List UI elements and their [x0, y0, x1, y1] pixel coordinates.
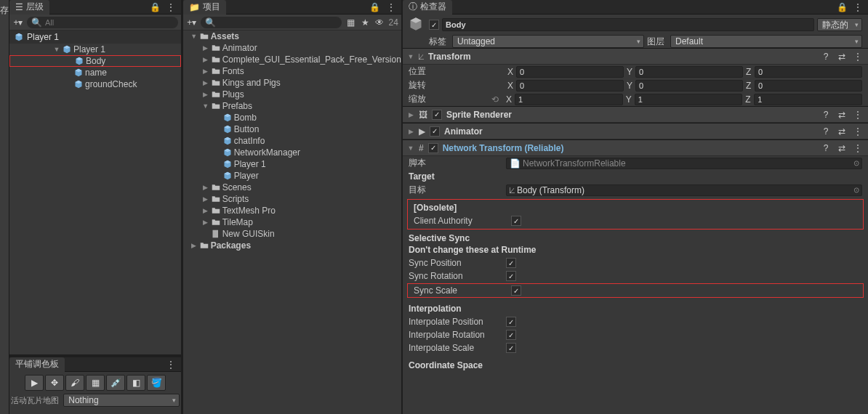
project-node[interactable]: ▶ TileMap [183, 216, 401, 228]
tag-dropdown[interactable]: Untagged [452, 35, 644, 48]
scale-z-input[interactable] [754, 94, 862, 105]
hierarchy-node[interactable]: Body [9, 55, 181, 67]
lock-icon[interactable]: 🔒 [369, 1, 381, 13]
project-node[interactable]: ▶ Scripts [183, 193, 401, 205]
help-icon[interactable]: ? [820, 142, 832, 154]
help-icon[interactable]: ? [820, 126, 832, 137]
expand-arrow-icon[interactable]: ▶ [202, 207, 209, 214]
favorite-icon[interactable]: ★ [359, 17, 371, 28]
palette-tab[interactable]: 平铺调色板 [9, 357, 65, 372]
hierarchy-scene-header[interactable]: Player 1 [9, 31, 181, 44]
project-node[interactable]: ▼ Prefabs [183, 100, 401, 112]
tool-select[interactable]: ▶ [25, 375, 44, 391]
preset-icon[interactable]: ⇄ [836, 142, 848, 154]
project-search-input[interactable] [219, 18, 338, 27]
network-transform-header[interactable]: ▼ # Network Transform (Reliable) ? ⇄ ⋮ [403, 140, 868, 156]
sync-scale-checkbox[interactable] [511, 285, 521, 296]
preset-icon[interactable]: ⇄ [836, 126, 848, 137]
sync-pos-checkbox[interactable] [506, 258, 516, 268]
tool-fill[interactable]: 🪣 [147, 375, 166, 391]
inspector-tab[interactable]: ⓘ 检查器 [403, 0, 452, 15]
preset-icon[interactable]: ⇄ [836, 51, 848, 62]
hierarchy-search-input[interactable] [45, 18, 174, 27]
project-node[interactable]: ▶ Kings and Pigs [183, 77, 401, 89]
project-node[interactable]: Bomb [183, 112, 401, 123]
project-node[interactable]: Button [183, 123, 401, 135]
project-tab[interactable]: 📁 项目 [183, 0, 226, 15]
sync-rot-checkbox[interactable] [506, 271, 516, 281]
menu-icon[interactable]: ⋮ [852, 109, 864, 121]
menu-icon[interactable]: ⋮ [165, 359, 177, 370]
animator-enabled-checkbox[interactable] [430, 126, 440, 137]
expand-arrow-icon[interactable]: ▶ [202, 56, 209, 63]
transform-header[interactable]: ▼ ⟀ Transform ? ⇄ ⋮ [403, 49, 868, 65]
create-plus-icon[interactable]: +▾ [12, 17, 24, 28]
pos-y-input[interactable] [635, 66, 743, 78]
hierarchy-node[interactable]: ▼ Player 1 [9, 44, 181, 55]
tool-brush[interactable]: 🖌 [65, 375, 84, 391]
hierarchy-tab[interactable]: ☰ 层级 [9, 0, 49, 15]
project-node[interactable]: Player 1 [183, 158, 401, 170]
project-node[interactable]: New GUISkin [183, 228, 401, 240]
project-node[interactable]: Player [183, 170, 401, 182]
menu-icon[interactable]: ⋮ [852, 142, 864, 154]
tool-erase[interactable]: ◧ [126, 375, 145, 391]
target-field[interactable]: ⟀ Body (Transform) [506, 184, 862, 196]
project-node[interactable]: NetworkManager [183, 147, 401, 158]
expand-arrow-icon[interactable]: ▼ [53, 46, 60, 53]
menu-icon[interactable]: ⋮ [385, 1, 397, 13]
sprite-renderer-header[interactable]: ▶ 🖼 Sprite Renderer ? ⇄ ⋮ [403, 107, 868, 123]
create-plus-icon[interactable]: +▾ [186, 17, 198, 28]
menu-icon[interactable]: ⋮ [165, 1, 177, 13]
expand-arrow-icon[interactable]: ▼ [190, 33, 198, 40]
project-node[interactable]: ▶ Fonts [183, 65, 401, 77]
project-node[interactable]: chatInfo [183, 135, 401, 147]
link-icon[interactable]: ⟲ [491, 94, 499, 105]
project-node[interactable]: ▶ Packages [183, 240, 401, 251]
gameobject-name-input[interactable] [442, 18, 814, 31]
project-node[interactable]: ▶ Animator [183, 42, 401, 54]
menu-icon[interactable]: ⋮ [852, 1, 864, 13]
interp-rot-checkbox[interactable] [506, 330, 516, 340]
hierarchy-node[interactable]: groundCheck [9, 78, 181, 90]
hierarchy-node[interactable]: name [9, 67, 181, 78]
expand-arrow-icon[interactable]: ▶ [202, 44, 209, 52]
preset-icon[interactable]: ⇄ [836, 109, 848, 121]
scale-x-input[interactable] [515, 94, 623, 105]
project-node[interactable]: ▶ Complete_GUI_Essential_Pack_Free_Versi… [183, 54, 401, 65]
filter-icon[interactable]: ▦ [345, 17, 356, 28]
help-icon[interactable]: ? [820, 109, 832, 121]
gameobject-enabled-checkbox[interactable] [429, 20, 439, 30]
expand-arrow-icon[interactable]: ▶ [202, 195, 209, 203]
expand-arrow-icon[interactable]: ▶ [202, 68, 209, 75]
rot-z-input[interactable] [755, 80, 862, 92]
layer-dropdown[interactable]: Default [670, 35, 862, 48]
script-field[interactable]: 📄 NetworkTransformReliable [506, 158, 862, 169]
pos-x-input[interactable] [516, 66, 624, 78]
animator-header[interactable]: ▶ ▶ Animator ? ⇄ ⋮ [403, 123, 868, 139]
project-search[interactable]: 🔍 [201, 17, 342, 28]
pos-z-input[interactable] [755, 66, 862, 78]
project-node[interactable]: ▼ Assets [183, 31, 401, 42]
lock-icon[interactable]: 🔒 [836, 1, 848, 13]
interp-scale-checkbox[interactable] [506, 343, 516, 353]
expand-arrow-icon[interactable]: ▶ [202, 79, 209, 86]
help-icon[interactable]: ? [820, 51, 832, 62]
rot-x-input[interactable] [516, 80, 624, 92]
project-node[interactable]: ▶ Plugs [183, 89, 401, 100]
expand-arrow-icon[interactable]: ▶ [202, 219, 209, 226]
sprite-enabled-checkbox[interactable] [432, 110, 442, 120]
tool-picker[interactable]: 💉 [106, 375, 125, 391]
hierarchy-search[interactable]: 🔍 [27, 17, 178, 28]
menu-icon[interactable]: ⋮ [852, 51, 864, 62]
client-auth-checkbox[interactable] [511, 216, 521, 226]
project-node[interactable]: ▶ Scenes [183, 182, 401, 193]
expand-arrow-icon[interactable]: ▶ [202, 91, 209, 98]
expand-arrow-icon[interactable]: ▶ [190, 242, 198, 249]
lock-icon[interactable]: 🔒 [149, 1, 161, 13]
hidden-icon[interactable]: 👁 [374, 17, 385, 28]
interp-pos-checkbox[interactable] [506, 317, 516, 327]
expand-arrow-icon[interactable]: ▶ [202, 184, 209, 191]
expand-arrow-icon[interactable]: ▼ [202, 102, 209, 110]
tool-move[interactable]: ✥ [45, 375, 64, 391]
